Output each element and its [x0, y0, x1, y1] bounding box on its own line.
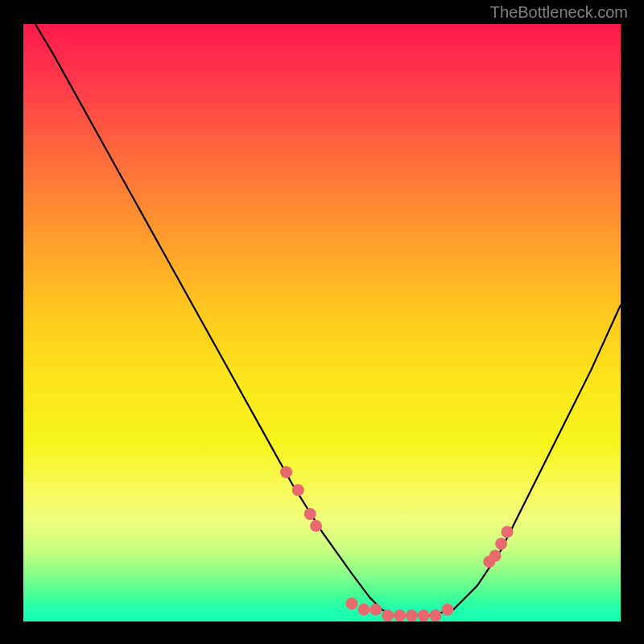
data-point	[406, 609, 418, 621]
data-points	[280, 466, 514, 621]
data-point	[441, 604, 453, 616]
data-point	[394, 609, 406, 621]
curve-line	[35, 24, 621, 616]
watermark-text: TheBottleneck.com	[490, 3, 628, 22]
data-point	[280, 466, 292, 478]
data-point	[382, 609, 394, 621]
data-point	[369, 604, 382, 616]
data-point	[292, 484, 304, 496]
data-point	[357, 604, 369, 616]
data-point	[489, 550, 502, 562]
data-point	[418, 609, 430, 621]
data-point	[346, 597, 358, 609]
chart-overlay	[23, 24, 621, 621]
data-point	[430, 609, 442, 621]
data-point	[304, 508, 316, 520]
data-point	[502, 526, 514, 538]
data-point	[310, 520, 322, 532]
data-point	[495, 538, 507, 550]
